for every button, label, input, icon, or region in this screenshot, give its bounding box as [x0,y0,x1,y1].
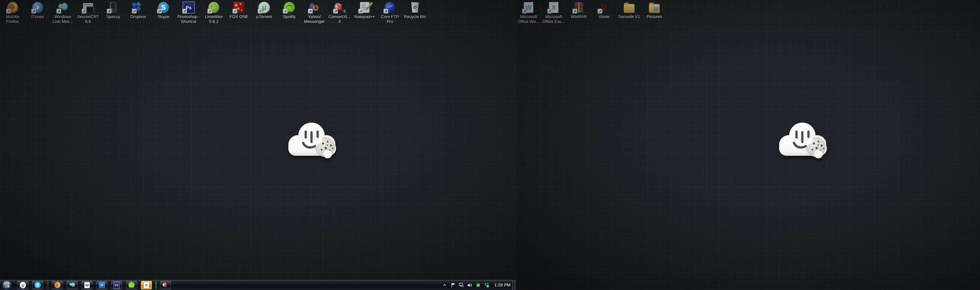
shortcut-arrow-overlay: ↗ [283,9,288,14]
shortcut-arrow-overlay: ↗ [81,9,86,14]
shortcut-arrow-overlay: ↗ [107,9,111,14]
desktop-icon-label: Notepad++ [355,14,375,19]
desktop-icon-label: PIctures [647,14,662,19]
desktop-icon-skype[interactable]: S↗Skype [151,1,176,19]
limewire-icon: ↗ [207,1,220,14]
desktop-icon-pictures[interactable]: PIctures [642,1,667,19]
vtune-icon: V↗ [598,1,611,14]
dropbox-icon: ↗ [132,1,145,14]
firefox-taskbar-button[interactable] [52,281,63,289]
desktop-icon-label: Vtune [598,14,609,19]
desktop-icon-dropbox[interactable]: ↗Dropbox [126,1,151,19]
volume-icon[interactable] [467,282,473,288]
teamviewer-icon: ⇄ [99,282,105,288]
desktop-icon-securecrt[interactable]: ↗SecureCRT 6.6 [75,1,100,24]
taskbar-clock[interactable]: 1:28 PM [494,283,511,287]
desktop-icon-coreftp[interactable]: ↗Core FTP Pro [377,1,402,24]
dual-monitor-desktop: ↗Mozilla Firefox♪↗iTunes↗Windows Live Me… [0,0,980,290]
excel-icon: X [143,282,150,288]
photoshop-icon: Ps [113,282,120,288]
shortcut-arrow-overlay: ↗ [132,9,137,14]
taskbar-separator [47,281,49,289]
network-icon[interactable] [459,282,465,288]
wlm-icon: ↗ [56,1,69,14]
action-center-flag-icon[interactable] [450,282,456,288]
desktop-icon-label: SecureCRT 6.6 [75,14,100,24]
desktop-icon-yahoo[interactable]: ☺↗Yahoo! Messenger [302,1,327,24]
dropbox-tray-icon[interactable] [484,282,490,288]
spotify-icon: ↗ [283,1,296,14]
utorrent-taskbar-button[interactable]: µ [18,281,29,289]
wallpaper-vignette [0,0,516,290]
wlm-taskbar-button[interactable] [67,281,78,289]
desktop-icon-label: LimeWire 5.6.2 [201,14,226,24]
word-taskbar-button[interactable]: W [81,281,92,289]
desktop-icon-label: Windows Live Mes... [50,14,75,24]
wlm-icon [69,282,75,288]
skype-icon: S↗ [157,1,170,14]
shortcut-arrow-overlay: ↗ [358,9,363,14]
photoshop-icon: Ps↗ [182,1,195,14]
convertx-icon: X [162,282,169,288]
desktop-icon-spotify[interactable]: ↗Spotify [277,1,302,19]
desktop-icon-label: Microsoft Office Wo... [516,14,541,24]
photoshop-taskbar-button[interactable]: Ps [111,281,122,289]
cloud-cookie-wallpaper-logo [769,116,837,165]
desktop-icon-photoshop[interactable]: Ps↗Photoshop - Shortcut [176,1,201,24]
spotify-icon [128,282,135,288]
desktop-icon-itunes[interactable]: ♪↗iTunes [25,1,50,19]
teamviewer-taskbar-button[interactable]: ⇄ [96,281,107,289]
notepadpp-icon: ↗ [358,1,371,14]
desktop-icon-label: Servode V1 [618,14,640,19]
securecrt-icon: ↗ [81,1,94,14]
desktop-icon-label: Spotify [283,14,296,19]
taskbar: µSW⇄PsXX [0,280,516,290]
desktop-icon-limewire[interactable]: ↗LimeWire 5.6.2 [201,1,226,24]
wallpaper-vignette [516,0,980,290]
recyclebin-icon: ♻ [409,1,422,14]
desktop-icon-row-right: W↗Microsoft Office Wo...X↗Microsoft Offi… [516,1,667,24]
winrar-icon: ↗ [573,1,585,14]
shortcut-arrow-overlay: ↗ [56,9,61,14]
desktop-icon-foxone[interactable]: ↗FOX ONE [226,1,251,19]
desktop-icon-convertx[interactable]: X4↗ConvertXt... 4 [327,1,352,24]
shortcut-arrow-overlay: ↗ [383,9,388,14]
taskbar-button-strip: µSW⇄PsXX [18,280,175,290]
desktop-icon-word[interactable]: W↗Microsoft Office Wo... [516,1,541,24]
desktop-icon-servode[interactable]: Servode V1 [617,1,642,19]
pictures-icon [648,1,661,14]
desktop-icon-label: Dropbox [130,14,146,19]
desktop-icon-label: iTunes [32,14,44,19]
start-button[interactable] [1,280,13,290]
yahoo-icon: ☺↗ [308,1,321,14]
shortcut-arrow-overlay: ↗ [207,9,212,14]
desktop-icon-label: Speccy [107,14,120,19]
system-tray: 1:28 PM [442,280,512,290]
skype-icon: S [35,282,41,288]
desktop-icon-winrar[interactable]: ↗WinRAR [566,1,592,19]
excel-taskbar-button[interactable]: X [141,281,152,289]
desktop-icon-wlm[interactable]: ↗Windows Live Mes... [50,1,75,24]
taskbar-green-indicator-separator [156,281,157,289]
desktop-icon-recyclebin[interactable]: ♻Recycle Bin [402,1,428,19]
cloud-cookie-wallpaper-logo [278,116,346,165]
itunes-icon: ♪↗ [31,1,44,14]
desktop-icon-label: WinRAR [571,14,587,19]
skype-taskbar-button[interactable]: S [32,281,43,289]
desktop-icon-excel[interactable]: X↗Microsoft Office Exc... [541,1,566,24]
desktop-icon-label: Photoshop - Shortcut [176,14,201,24]
desktop-icon-utorrent[interactable]: µ↗µTorrent [251,1,277,19]
desktop-icon-vtune[interactable]: V↗Vtune [592,1,617,19]
spotify-taskbar-button[interactable] [126,281,137,289]
show-desktop-button[interactable] [512,280,516,290]
convertx-taskbar-button[interactable]: X [160,281,171,289]
word-icon: W [84,282,90,288]
desktop-icon-speccy[interactable]: ↗Speccy [100,1,126,19]
antivirus-check-icon[interactable] [476,282,481,288]
desktop-icon-notepadpp[interactable]: ↗Notepad++ [352,1,377,19]
show-hidden-icons-chevron[interactable] [442,282,448,288]
desktop-icon-firefox[interactable]: ↗Mozilla Firefox [0,1,25,24]
desktop-icon-label: Skype [158,14,169,19]
monitor-left-desktop: ↗Mozilla Firefox♪↗iTunes↗Windows Live Me… [0,0,516,290]
coreftp-icon: ↗ [383,1,396,14]
